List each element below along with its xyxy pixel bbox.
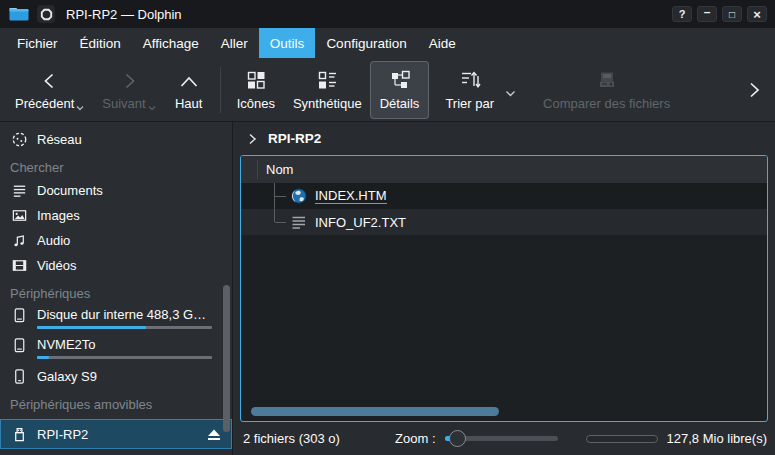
chevron-down-icon: [148, 105, 156, 111]
file-name[interactable]: INDEX.HTM: [315, 188, 387, 204]
window-title: RPI-RP2 — Dolphin: [66, 7, 182, 22]
sidebar-item-network[interactable]: Réseau: [0, 127, 232, 152]
disk-usage-bar: [37, 326, 212, 329]
sidebar-label: Galaxy S9: [37, 369, 97, 384]
sidebar-item-rpi-rp2[interactable]: RPI-RP2: [0, 419, 232, 449]
details-view-label: Détails: [380, 96, 420, 111]
free-space-label: 127,8 Mio libre(s): [667, 431, 767, 446]
music-note-icon: [10, 232, 28, 250]
sidebar-item-videos[interactable]: Vidéos: [0, 253, 232, 278]
column-header-row: Nom: [241, 156, 767, 183]
file-view: Nom: [240, 155, 768, 422]
maximize-button[interactable]: □: [722, 6, 742, 22]
application-menu-badge-icon[interactable]: [37, 5, 55, 23]
free-space-bar: [586, 435, 658, 443]
sort-by-label: Trier par: [445, 96, 494, 111]
column-separator[interactable]: [257, 160, 258, 179]
statusbar: 2 fichiers (303 o) Zoom : 127,8 Mio libr…: [233, 422, 775, 455]
sidebar-label: Documents: [37, 183, 103, 198]
sidebar-label: RPI-RP2: [37, 427, 88, 442]
forward-label: Suivant: [102, 96, 145, 111]
file-rows: INDEX.HTM INFO_UF2.TXT: [241, 183, 767, 421]
toolbar-overflow-chevron-icon[interactable]: [739, 68, 769, 112]
tree-branch: [275, 196, 286, 197]
sidebar-item-internal-disk[interactable]: Disque dur interne 488,3 G…: [0, 304, 232, 334]
sidebar-item-nvme[interactable]: NVME2To: [0, 334, 232, 364]
menu-configuration[interactable]: Configuration: [315, 28, 417, 58]
sort-by-button[interactable]: Trier par: [436, 62, 503, 118]
sort-dropdown-chevron-icon[interactable]: [505, 62, 516, 118]
menu-outils[interactable]: Outils: [259, 28, 316, 58]
sort-icon: [459, 69, 481, 91]
zoom-label: Zoom :: [395, 431, 435, 446]
globe-html-icon: [291, 188, 307, 204]
help-button[interactable]: ?: [672, 6, 692, 22]
zoom-slider-handle[interactable]: [449, 430, 466, 447]
file-row[interactable]: INDEX.HTM: [241, 183, 767, 209]
toolbar-separator: [220, 67, 221, 113]
sidebar-label: Vidéos: [37, 258, 77, 273]
harddisk-icon: [10, 306, 28, 324]
sidebar-label: Disque dur interne 488,3 G…: [37, 306, 212, 323]
sidebar-label: Audio: [37, 233, 70, 248]
compare-files-label: Comparer des fichiers: [543, 96, 670, 111]
details-view-button[interactable]: Détails: [371, 62, 429, 118]
menubar: Fichier Édition Affichage Aller Outils C…: [0, 28, 775, 58]
sidebar-section-devices: Périphériques: [0, 282, 232, 304]
main-panel: RPI-RP2 Nom: [233, 122, 775, 455]
menu-fichier[interactable]: Fichier: [6, 28, 69, 58]
menu-edition[interactable]: Édition: [69, 28, 132, 58]
sidebar-item-phone[interactable]: Galaxy S9: [0, 364, 232, 389]
minimize-button[interactable]: –: [697, 6, 717, 22]
sidebar-label: NVME2To: [37, 336, 212, 353]
compact-view-label: Synthétique: [293, 96, 362, 111]
network-icon: [10, 131, 28, 149]
sidebar-section-search: Chercher: [0, 156, 232, 178]
file-row[interactable]: INFO_UF2.TXT: [241, 209, 767, 235]
titlebar[interactable]: RPI-RP2 — Dolphin ? – □ ×: [0, 0, 775, 28]
breadcrumb-chevron-icon[interactable]: [248, 133, 257, 145]
up-button[interactable]: Haut: [165, 62, 213, 118]
sidebar-item-documents[interactable]: Documents: [0, 178, 232, 203]
disk-usage-bar: [37, 356, 212, 359]
menu-aller[interactable]: Aller: [210, 28, 259, 58]
file-name[interactable]: INFO_UF2.TXT: [315, 215, 406, 230]
details-view-icon: [389, 69, 411, 91]
usb-drive-icon: [10, 425, 28, 443]
zoom-slider[interactable]: [445, 430, 558, 447]
sidebar-scrollbar[interactable]: [223, 285, 230, 432]
sidebar-section-removable: Périphériques amovibles: [0, 393, 232, 415]
forward-button[interactable]: Suivant: [93, 62, 164, 118]
eject-icon[interactable]: [206, 427, 222, 442]
sidebar-item-images[interactable]: Images: [0, 203, 232, 228]
menu-affichage[interactable]: Affichage: [132, 28, 210, 58]
back-button[interactable]: Précédent: [6, 62, 93, 118]
tree-line: [274, 183, 275, 222]
smartphone-icon: [10, 368, 28, 386]
compact-view-icon: [316, 69, 338, 91]
icons-view-icon: [245, 69, 267, 91]
image-icon: [10, 207, 28, 225]
folder-app-icon: [8, 4, 30, 24]
sidebar-item-audio[interactable]: Audio: [0, 228, 232, 253]
back-label: Précédent: [15, 96, 74, 111]
places-panel: Réseau Chercher Documents: [0, 122, 233, 455]
icons-view-button[interactable]: Icônes: [228, 62, 284, 118]
chevron-right-icon: [118, 69, 140, 91]
sidebar-label: Images: [37, 208, 80, 223]
compare-files-icon: [596, 69, 618, 91]
text-file-icon: [291, 214, 307, 230]
chevron-up-icon: [177, 69, 201, 91]
icons-view-label: Icônes: [237, 96, 275, 111]
horizontal-scrollbar[interactable]: [251, 407, 499, 416]
compact-view-button[interactable]: Synthétique: [284, 62, 371, 118]
document-lines-icon: [10, 182, 28, 200]
up-label: Haut: [175, 96, 202, 111]
breadcrumb-current[interactable]: RPI-RP2: [268, 131, 321, 146]
harddisk-icon: [10, 336, 28, 354]
column-header-name[interactable]: Nom: [241, 162, 293, 177]
dolphin-window: RPI-RP2 — Dolphin ? – □ × Fichier Éditio…: [0, 0, 775, 455]
menu-aide[interactable]: Aide: [418, 28, 467, 58]
file-count-summary: 2 fichiers (303 o): [243, 431, 340, 446]
close-button[interactable]: ×: [747, 6, 767, 22]
